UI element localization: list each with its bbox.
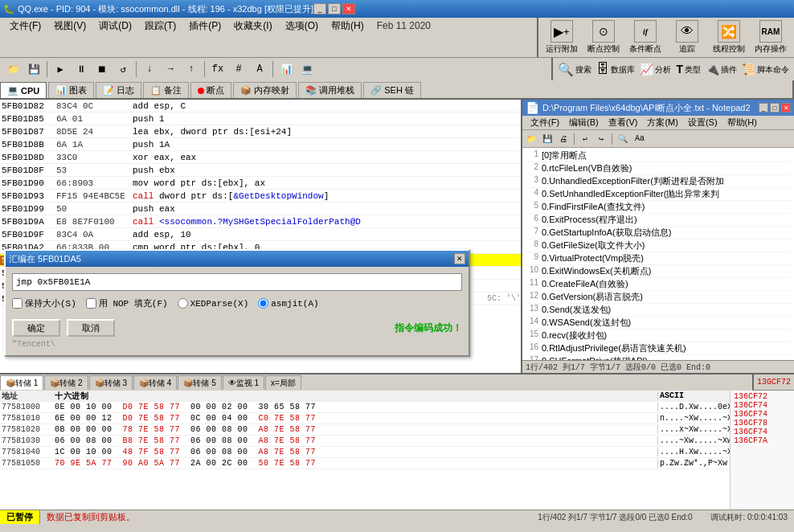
tb-step-in[interactable]: ↓ bbox=[140, 59, 159, 79]
plugins-btn[interactable]: 🔌 插件 bbox=[704, 61, 739, 77]
tab-seh[interactable]: 🔗 SEH 链 bbox=[363, 82, 421, 98]
tab-notes[interactable]: 📋 备注 bbox=[143, 82, 189, 98]
dialog-ok-button[interactable]: 确定 bbox=[12, 319, 60, 337]
tb-font[interactable]: A bbox=[250, 59, 269, 79]
tb-step-over[interactable]: → bbox=[161, 59, 180, 79]
menu-trace[interactable]: 跟踪(T) bbox=[138, 18, 182, 34]
np-minimize-btn[interactable]: _ bbox=[759, 103, 768, 113]
minimize-button[interactable]: _ bbox=[313, 3, 326, 14]
xed-radio[interactable]: XEDParse(X) bbox=[178, 298, 249, 309]
table-row[interactable]: 77581040 1C 00 10 00 48 7F 58 77 06 00 0… bbox=[0, 447, 730, 458]
np-tb-print[interactable]: 🖨 bbox=[556, 132, 571, 146]
np-menu-view[interactable]: 查看(V) bbox=[604, 117, 643, 129]
tb-cpu[interactable]: 💻 bbox=[297, 59, 317, 79]
table-row[interactable]: 5FB01D99 50 push eax bbox=[0, 203, 521, 215]
table-row[interactable]: 5FB01D9A E8 8E7F0100 call <ssocommon.?My… bbox=[0, 215, 521, 228]
cpu-tab-label: CPU bbox=[21, 86, 39, 96]
np-menu-edit[interactable]: 编辑(B) bbox=[564, 117, 604, 129]
menu-plugins[interactable]: 插件(P) bbox=[182, 18, 227, 34]
menu-options[interactable]: 选项(O) bbox=[279, 18, 325, 34]
nop-fill-checkbox[interactable]: 用 NOP 填充(F) bbox=[86, 297, 168, 309]
tb-pause[interactable]: ⏸ bbox=[72, 59, 91, 79]
maximize-button[interactable]: □ bbox=[328, 3, 341, 14]
tab-cpu[interactable]: 💻 CPU bbox=[0, 82, 47, 98]
table-row[interactable]: 5FB01D8D 33C0 xor eax, eax bbox=[0, 151, 521, 164]
menu-help[interactable]: 帮助(H) bbox=[325, 18, 370, 34]
analyze-btn[interactable]: 📈 分析 bbox=[638, 61, 673, 77]
tb-stop[interactable]: ⏹ bbox=[92, 59, 112, 79]
np-maximize-btn[interactable]: □ bbox=[770, 103, 780, 113]
table-row[interactable]: 77581000 0E 00 10 00 D0 7E 58 77 00 00 0… bbox=[0, 402, 730, 413]
dump3-icon: 📦 bbox=[95, 379, 104, 387]
notepad-content[interactable]: 1 [0]常用断点 2 0.rtcFileLen(VB自效验) 3 0.Unha… bbox=[522, 148, 794, 360]
run-add-btn[interactable]: ▶+ 运行附加 bbox=[542, 18, 582, 56]
np-menu-file[interactable]: 文件(F) bbox=[526, 117, 564, 129]
thread-ctrl-btn[interactable]: 🔀 线程控制 bbox=[709, 18, 749, 56]
table-row[interactable]: 5FB01D8F 53 push ebx bbox=[0, 164, 521, 177]
table-row[interactable]: 5FB01D82 83C4 0C add esp, C bbox=[0, 100, 521, 113]
table-row[interactable]: 77581020 0B 00 00 00 78 7E 58 77 06 00 0… bbox=[0, 424, 730, 436]
tb-goto[interactable]: fx bbox=[208, 59, 227, 79]
list-item: 136CF74 bbox=[734, 428, 791, 436]
table-row[interactable]: 5FB01D87 8D5E 24 lea ebx, dword ptr ds:[… bbox=[0, 125, 521, 138]
np-menu-settings[interactable]: 设置(S) bbox=[683, 117, 722, 129]
tab-local[interactable]: x= 局部 bbox=[265, 375, 301, 390]
tab-dump5[interactable]: 📦 转储 5 bbox=[178, 375, 221, 390]
tb-restart[interactable]: ↺ bbox=[113, 59, 133, 79]
database-btn[interactable]: 🗄 数据库 bbox=[595, 60, 636, 78]
tab-bp[interactable]: 断点 bbox=[190, 82, 231, 98]
tb-mem[interactable]: 📊 bbox=[276, 59, 296, 79]
script-btn[interactable]: 📜 脚本命令 bbox=[740, 61, 791, 77]
np-tb-undo[interactable]: ↩ bbox=[578, 132, 592, 146]
menu-favorites[interactable]: 收藏夹(I) bbox=[227, 18, 278, 34]
close-button[interactable]: ✕ bbox=[342, 3, 355, 14]
table-row[interactable]: 5FB01D85 6A 01 push 1 bbox=[0, 113, 521, 125]
search-btn[interactable]: 🔍 搜索 bbox=[556, 60, 593, 79]
tb-open[interactable]: 📁 bbox=[3, 59, 23, 79]
np-tb-open[interactable]: 📁 bbox=[524, 132, 538, 146]
menu-view[interactable]: 视图(V) bbox=[47, 18, 92, 34]
np-tb-redo[interactable]: ↪ bbox=[594, 132, 608, 146]
keep-size-checkbox[interactable]: 保持大小(S) bbox=[12, 297, 76, 309]
asm-input[interactable] bbox=[12, 273, 462, 291]
table-row[interactable]: 77581010 6E 00 00 12 D0 7E 58 77 0C 00 0… bbox=[0, 413, 730, 424]
tb-hash[interactable]: # bbox=[229, 59, 248, 79]
np-tb-find[interactable]: 🔍 bbox=[616, 132, 630, 146]
condition-btn[interactable]: if 条件断点 bbox=[625, 18, 665, 56]
table-row[interactable]: 5FB01D90 66:8903 mov word ptr ds:[ebx], … bbox=[0, 177, 521, 190]
menu-debug[interactable]: 调试(D) bbox=[92, 18, 138, 34]
dump-panel[interactable]: 地址 十六进制 ASCII 77581000 0E 00 10 00 D0 7E… bbox=[0, 391, 730, 509]
tab-callstack[interactable]: 📚 调用堆栈 bbox=[298, 82, 362, 98]
tab-dump4[interactable]: 📦 转储 4 bbox=[133, 375, 177, 390]
table-row[interactable]: 5FB01D9F 83C4 0A add esp, 10 bbox=[0, 228, 521, 241]
tab-dump2[interactable]: 📦 转储 2 bbox=[44, 375, 88, 390]
np-close-btn[interactable]: ✕ bbox=[781, 103, 791, 113]
np-menu-scheme[interactable]: 方案(M) bbox=[642, 117, 683, 129]
dialog-cancel-button[interactable]: 取消 bbox=[67, 319, 115, 337]
tab-dump1[interactable]: 📦 转储 1 bbox=[0, 375, 43, 390]
table-row[interactable]: 5FB01D8B 6A 1A push 1A bbox=[0, 138, 521, 151]
table-row[interactable]: 77581030 06 00 08 00 B8 7E 58 77 06 00 0… bbox=[0, 436, 730, 447]
table-row[interactable]: 5FB01D93 FF15 94E4BC5E call dword ptr ds… bbox=[0, 190, 521, 203]
dump-right-panel: 136CF72 136CF74 136CF74 136CF78 136CF74 … bbox=[730, 391, 794, 509]
memory-op-btn[interactable]: RAM 内存操作 bbox=[751, 18, 791, 56]
tab-log[interactable]: 📝 日志 bbox=[96, 82, 141, 98]
tb-save[interactable]: 💾 bbox=[24, 59, 43, 79]
asmjit-radio[interactable]: asmjit(A) bbox=[258, 298, 318, 309]
tab-graph[interactable]: 📊 图表 bbox=[48, 82, 94, 98]
np-menu-help[interactable]: 帮助(H) bbox=[722, 117, 762, 129]
tab-watch1[interactable]: 👁 监视 1 bbox=[223, 375, 264, 390]
types-btn[interactable]: T 类型 bbox=[674, 61, 702, 77]
dialog-close-button[interactable]: ✕ bbox=[454, 253, 465, 264]
table-row[interactable]: 77581050 70 9E 5A 77 90 A0 5A 77 2A 00 2… bbox=[0, 458, 730, 469]
tb-run[interactable]: ▶ bbox=[51, 59, 70, 79]
list-item: 11 0.CreateFileA(自效验) bbox=[526, 278, 791, 291]
title-bar: 🐛 QQ.exe - PID: 904 - 模块: ssocommon.dll … bbox=[0, 0, 794, 18]
trace-btn[interactable]: 👁 追踪 bbox=[667, 18, 707, 56]
tab-dump3[interactable]: 📦 转储 3 bbox=[89, 375, 133, 390]
menu-file[interactable]: 文件(F) bbox=[3, 18, 47, 34]
breakpoint-ctrl-btn[interactable]: ⊙ 断点控制 bbox=[583, 18, 624, 56]
np-tb-save[interactable]: 💾 bbox=[540, 132, 555, 146]
tb-step-out[interactable]: ↑ bbox=[182, 59, 201, 79]
tab-memory[interactable]: 📦 内存映射 bbox=[233, 82, 297, 98]
